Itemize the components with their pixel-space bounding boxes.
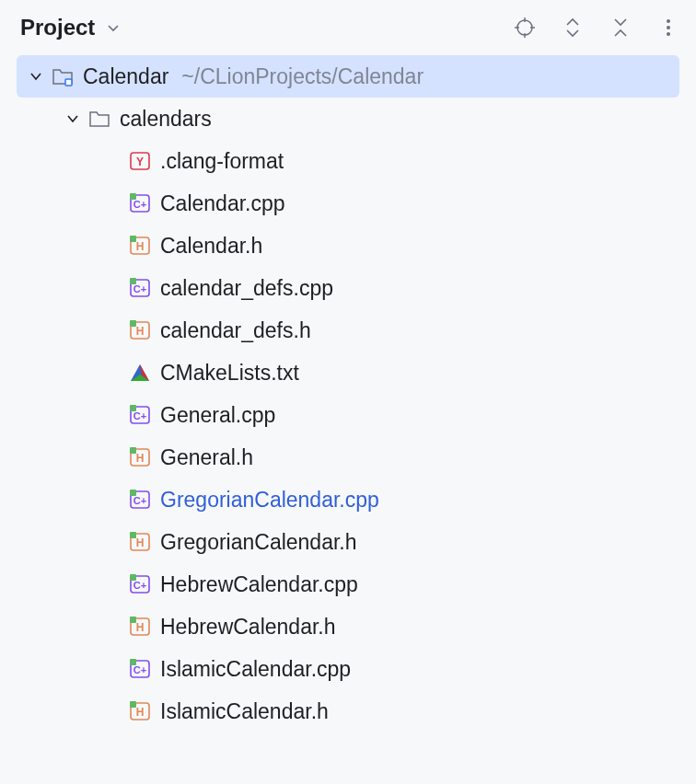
header-actions <box>514 17 679 39</box>
node-label: .clang-format <box>160 149 284 174</box>
svg-rect-34 <box>130 490 136 496</box>
svg-rect-31 <box>130 447 136 454</box>
cpp-file-icon: C+ <box>129 192 151 214</box>
tree-node-file[interactable]: HGeneral.h <box>0 436 696 478</box>
node-label: GregorianCalendar.h <box>160 530 357 555</box>
node-label: HebrewCalendar.h <box>160 615 336 640</box>
h-file-icon: H <box>129 531 151 553</box>
chevron-down-icon[interactable] <box>63 109 83 129</box>
h-file-icon: H <box>129 446 151 468</box>
tree-node-file[interactable]: C+HebrewCalendar.cpp <box>0 563 696 605</box>
locate-icon[interactable] <box>514 17 536 39</box>
y-file-icon: Y <box>129 150 151 172</box>
tree-node-file[interactable]: Hcalendar_defs.h <box>0 309 696 352</box>
chevron-down-icon[interactable] <box>26 66 46 86</box>
node-label: calendar_defs.cpp <box>160 276 333 301</box>
h-file-icon: H <box>129 319 151 341</box>
svg-rect-46 <box>130 659 136 665</box>
cpp-file-icon: C+ <box>129 658 151 680</box>
svg-rect-49 <box>130 701 136 708</box>
svg-text:C+: C+ <box>133 410 146 421</box>
svg-text:H: H <box>136 536 145 549</box>
project-panel: Project <box>0 0 696 784</box>
cmake-file-icon <box>129 362 151 384</box>
svg-text:C+: C+ <box>133 283 146 294</box>
node-label: GregorianCalendar.cpp <box>160 488 379 513</box>
node-label: Calendar <box>83 64 168 89</box>
tree-node-folder[interactable]: calendars <box>0 98 696 140</box>
svg-point-5 <box>667 19 670 23</box>
tree-node-file[interactable]: C+GregorianCalendar.cpp <box>0 478 696 521</box>
more-options-icon[interactable] <box>657 17 679 39</box>
svg-rect-16 <box>130 236 136 242</box>
h-file-icon: H <box>129 616 151 638</box>
project-folder-icon <box>52 65 74 87</box>
collapse-all-icon[interactable] <box>609 17 632 39</box>
svg-text:C+: C+ <box>133 199 146 210</box>
svg-point-0 <box>517 20 532 35</box>
tree-node-file[interactable]: HCalendar.h <box>0 225 696 267</box>
tree-node-file[interactable]: Y.clang-format <box>0 140 696 182</box>
node-label: IslamicCalendar.cpp <box>160 657 351 682</box>
svg-text:C+: C+ <box>133 580 146 591</box>
expand-all-icon[interactable] <box>562 17 584 39</box>
svg-text:C+: C+ <box>133 664 146 675</box>
node-label: Calendar.h <box>160 234 262 259</box>
svg-text:H: H <box>136 325 145 338</box>
svg-rect-43 <box>130 617 136 623</box>
header-title-group[interactable]: Project <box>20 15 124 40</box>
node-path: ~/CLionProjects/Calendar <box>181 64 423 89</box>
svg-rect-28 <box>130 405 136 411</box>
cpp-file-icon: C+ <box>129 277 151 299</box>
svg-rect-40 <box>130 574 136 581</box>
node-label: IslamicCalendar.h <box>160 699 329 724</box>
tree-node-file[interactable]: HHebrewCalendar.h <box>0 605 696 648</box>
node-label: Calendar.cpp <box>160 191 285 216</box>
node-label: General.cpp <box>160 403 275 428</box>
h-file-icon: H <box>129 235 151 257</box>
svg-rect-37 <box>130 532 136 538</box>
svg-text:H: H <box>136 621 145 634</box>
panel-header: Project <box>0 0 696 55</box>
project-tree[interactable]: Calendar ~/CLionProjects/Calendar calend… <box>0 55 696 784</box>
svg-text:C+: C+ <box>133 495 146 506</box>
h-file-icon: H <box>129 700 151 722</box>
svg-text:H: H <box>136 706 145 719</box>
node-label: calendar_defs.h <box>160 318 311 343</box>
tree-node-file[interactable]: HGregorianCalendar.h <box>0 521 696 563</box>
folder-icon <box>88 108 110 130</box>
svg-rect-22 <box>130 320 136 327</box>
node-label: CMakeLists.txt <box>160 361 299 386</box>
svg-text:H: H <box>136 452 145 465</box>
tree-node-file[interactable]: HIslamicCalendar.h <box>0 690 696 732</box>
node-label: calendars <box>120 107 212 132</box>
svg-text:Y: Y <box>136 156 144 168</box>
tree-node-file[interactable]: CMakeLists.txt <box>0 352 696 394</box>
tree-node-project-root[interactable]: Calendar ~/CLionProjects/Calendar <box>17 55 679 98</box>
svg-rect-19 <box>130 278 136 284</box>
tree-node-file[interactable]: C+General.cpp <box>0 394 696 436</box>
cpp-file-icon: C+ <box>129 573 151 595</box>
cpp-file-icon: C+ <box>129 489 151 511</box>
tree-node-file[interactable]: C+Calendar.cpp <box>0 182 696 225</box>
cpp-file-icon: C+ <box>129 404 151 426</box>
svg-rect-13 <box>130 193 136 200</box>
svg-rect-8 <box>65 79 72 86</box>
tree-node-file[interactable]: C+calendar_defs.cpp <box>0 267 696 309</box>
chevron-down-icon <box>102 17 124 39</box>
svg-point-7 <box>667 32 670 36</box>
svg-text:H: H <box>136 240 145 253</box>
panel-title: Project <box>20 15 95 40</box>
node-label: HebrewCalendar.cpp <box>160 572 358 597</box>
tree-node-file[interactable]: C+IslamicCalendar.cpp <box>0 648 696 690</box>
node-label: General.h <box>160 445 253 470</box>
svg-point-6 <box>667 26 670 29</box>
